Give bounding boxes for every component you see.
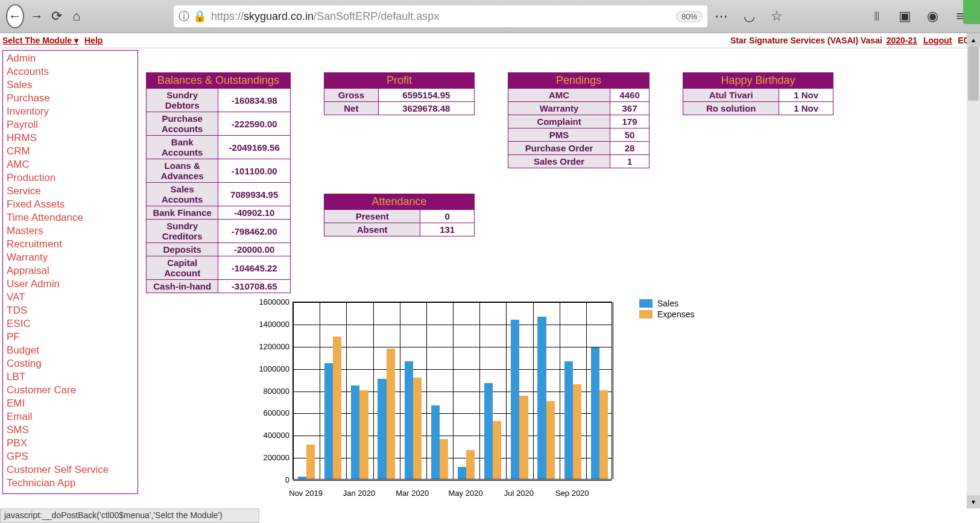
legend-swatch-icon (639, 299, 653, 308)
table-row-value: -20000.00 (218, 243, 291, 256)
table-row-label[interactable]: Present (324, 210, 420, 223)
y-tick-label: 1600000 (247, 297, 289, 306)
table-row-label[interactable]: Purchase Accounts (147, 112, 218, 136)
help-link[interactable]: Help (84, 36, 103, 45)
table-row-label[interactable]: Complaint (508, 115, 610, 128)
scroll-thumb[interactable] (968, 46, 979, 101)
vertical-scrollbar[interactable]: ▴ ▾ (967, 33, 980, 509)
lock-icon: 🔒 (193, 10, 206, 23)
module-item[interactable]: Warranty (7, 251, 134, 264)
module-item[interactable]: Appraisal (7, 264, 134, 277)
table-row-label[interactable]: AMC (508, 89, 610, 102)
module-item[interactable]: User Admin (7, 277, 134, 291)
table-row-label[interactable]: Ro solution (683, 102, 779, 115)
table-row-label[interactable]: Capital Account (147, 256, 218, 280)
module-item[interactable]: TDS (7, 304, 134, 317)
sidebar-icon[interactable]: ▣ (896, 7, 914, 25)
profit-title: Profit (324, 73, 475, 89)
module-item[interactable]: CRM (7, 145, 134, 158)
module-item[interactable]: LBT (7, 370, 134, 384)
bar-expenses (546, 401, 555, 479)
module-item[interactable]: Costing (7, 357, 134, 370)
extension-badge-icon[interactable] (963, 0, 980, 24)
module-item[interactable]: HRMS (7, 132, 134, 145)
select-module-link[interactable]: Selct The Module ▾ (2, 36, 78, 45)
table-row-label[interactable]: Absent (324, 223, 420, 236)
module-item[interactable]: Service (7, 185, 134, 198)
module-item[interactable]: EMI (7, 397, 134, 410)
bar-expenses (493, 421, 501, 479)
x-tick-label: Jul 2020 (504, 489, 534, 498)
module-item[interactable]: Masters (7, 224, 134, 238)
scroll-down-icon[interactable]: ▾ (967, 495, 980, 509)
forward-button[interactable]: → (30, 7, 44, 26)
y-tick-label: 0 (247, 475, 289, 484)
module-item[interactable]: PF (7, 331, 134, 344)
module-item[interactable]: Customer Self Service (7, 463, 134, 477)
home-button[interactable]: ⌂ (69, 7, 83, 26)
more-icon[interactable]: ⋯ (712, 7, 730, 25)
bar-sales (537, 317, 546, 479)
logout-link[interactable]: Logout (923, 36, 952, 45)
module-item[interactable]: Fixed Assets (7, 198, 134, 211)
zoom-badge[interactable]: 80% (676, 11, 703, 22)
status-bar: javascript:__doPostBack('ctl00$menua','S… (0, 509, 259, 523)
table-row-label[interactable]: Sundry Creditors (147, 220, 218, 243)
bar-expenses (519, 396, 528, 479)
module-item[interactable]: Sales (7, 78, 134, 92)
account-icon[interactable]: ◉ (923, 7, 941, 25)
bar-expenses (359, 390, 368, 480)
table-row-label[interactable]: Net (324, 102, 379, 115)
url-bar[interactable]: ⓘ 🔒 https://skyguard.co.in/SanSoftERP/de… (174, 5, 707, 27)
bookmark-star-icon[interactable]: ☆ (768, 7, 786, 25)
module-item[interactable]: Budget (7, 344, 134, 357)
chart-legend: SalesExpenses (639, 299, 694, 320)
module-item[interactable]: Admin (7, 52, 134, 65)
x-tick-label: Sep 2020 (555, 489, 589, 498)
table-row-label[interactable]: Bank Accounts (147, 136, 218, 159)
table-row-label[interactable]: Purchase Order (508, 142, 610, 155)
y-tick-label: 1200000 (247, 341, 289, 350)
module-item[interactable]: Inventory (7, 105, 134, 118)
info-icon[interactable]: ⓘ (179, 9, 189, 24)
module-item[interactable]: Accounts (7, 65, 134, 78)
module-item[interactable]: Recruitment (7, 238, 134, 251)
table-row-label[interactable]: Bank Finance (147, 206, 218, 220)
table-row-value: -310708.65 (218, 280, 291, 293)
birthday-title: Happy Birthday (683, 73, 833, 89)
module-item[interactable]: Time Attendance (7, 211, 134, 224)
pocket-icon[interactable]: ◡ (740, 7, 758, 25)
fy-link[interactable]: 2020-21 (887, 36, 917, 45)
reload-button[interactable]: ⟳ (49, 7, 63, 26)
table-row-value: -798462.00 (218, 220, 291, 243)
module-item[interactable]: Customer Care (7, 384, 134, 397)
table-row-label[interactable]: PMS (508, 128, 610, 142)
legend-swatch-icon (639, 310, 653, 319)
table-row-label[interactable]: Cash-in-hand (147, 280, 218, 293)
table-row-label[interactable]: Deposits (147, 243, 218, 256)
table-row-label[interactable]: Warranty (508, 102, 610, 115)
back-button[interactable]: ← (6, 4, 24, 28)
module-item[interactable]: AMC (7, 158, 134, 171)
module-item[interactable]: SMS (7, 423, 134, 437)
module-item[interactable]: ESIC (7, 317, 134, 331)
table-row-label[interactable]: Gross (324, 89, 379, 102)
bar-expenses (573, 384, 581, 479)
table-row-label[interactable]: Sundry Debtors (147, 89, 218, 112)
module-item[interactable]: Purchase (7, 92, 134, 105)
module-item[interactable]: PBX (7, 437, 134, 450)
module-item[interactable]: Production (7, 171, 134, 185)
table-row-label[interactable]: Sales Accounts (147, 183, 218, 206)
module-item[interactable]: Email (7, 410, 134, 423)
module-item[interactable]: Technician App (7, 477, 134, 490)
module-item[interactable]: VAT (7, 291, 134, 304)
app-header: Selct The Module ▾ Help Star Signature S… (0, 33, 980, 48)
library-icon[interactable]: ⫴ (868, 7, 886, 25)
table-row-label[interactable]: Sales Order (508, 155, 610, 168)
scroll-up-icon[interactable]: ▴ (967, 33, 980, 46)
module-item[interactable]: Payroll (7, 118, 134, 132)
table-row-label[interactable]: Atul Tivari (683, 89, 779, 102)
module-item[interactable]: GPS (7, 450, 134, 463)
y-tick-label: 800000 (247, 386, 289, 395)
table-row-label[interactable]: Loans & Advances (147, 159, 218, 183)
